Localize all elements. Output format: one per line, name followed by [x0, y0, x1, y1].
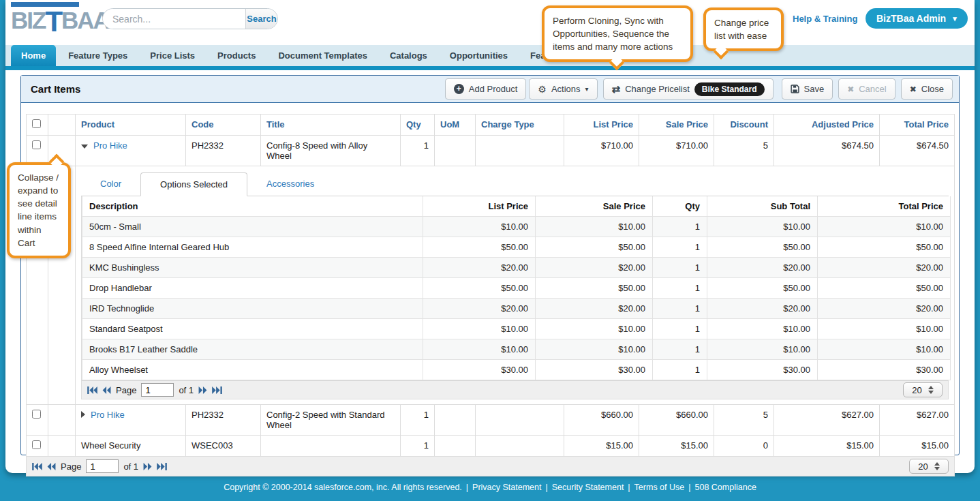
swap-arrows-icon: ⇄: [612, 83, 621, 95]
row-checkbox[interactable]: [32, 410, 41, 419]
cell-uom: [435, 136, 476, 166]
nav-tab-label: Home: [21, 50, 46, 61]
callout-actions-text: Perform Cloning, Sync with Opportunities…: [553, 16, 673, 52]
nav-tab[interactable]: Opportunities: [440, 45, 518, 66]
cell-uom: [435, 405, 476, 436]
prev-page-icon[interactable]: [102, 386, 111, 394]
dcell-qty: 1: [653, 360, 707, 380]
cart-detail-row: Color Options Selected Accessories: [27, 166, 955, 405]
cell-sale-price: $15.00: [639, 436, 714, 457]
cart-row: Pro Hike PH2332 Config-2 Speed with Stan…: [27, 405, 955, 436]
cart-row: Pro Hike PH2332 Config-8 Speed with Allo…: [27, 136, 955, 166]
cancel-button[interactable]: ✖ Cancel: [838, 78, 895, 100]
first-page-icon[interactable]: [87, 386, 97, 394]
dcell-sale-price: $10.00: [536, 339, 653, 360]
footer-link[interactable]: Privacy Statement: [472, 483, 541, 492]
dcell-sale-price: $30.00: [536, 360, 653, 380]
dcell-list-price: $50.00: [423, 278, 536, 299]
cell-adjusted-price: $627.00: [774, 405, 880, 436]
last-page-icon[interactable]: [157, 463, 167, 470]
row-checkbox[interactable]: [32, 140, 41, 149]
add-product-label: Add Product: [469, 84, 518, 94]
cell-list-price: $710.00: [564, 136, 639, 166]
col-code: Code: [186, 115, 261, 136]
search-button[interactable]: Search: [245, 9, 277, 29]
page-label: Page: [116, 385, 136, 395]
nav-tab[interactable]: Home: [11, 45, 56, 66]
cell-total-price: $674.50: [880, 136, 955, 166]
stepper-icon: [934, 462, 940, 470]
page-number-input[interactable]: [86, 459, 119, 473]
nav-tab[interactable]: Feature Types: [58, 45, 138, 66]
app-logo: BIZTBAA: [10, 2, 87, 40]
nav-tab[interactable]: Document Templates: [268, 45, 378, 66]
dcell-description: Drop Handlebar: [82, 278, 423, 299]
detail-tab-label: Color: [100, 179, 121, 189]
footer-link[interactable]: Terms of Use: [634, 483, 685, 492]
select-all-checkbox[interactable]: [32, 119, 41, 128]
cell-code: PH2332: [186, 405, 261, 436]
collapse-triangle-icon[interactable]: [81, 145, 88, 149]
dcell-list-price: $30.00: [423, 360, 536, 380]
nav-tab[interactable]: Catalogs: [380, 45, 438, 66]
dcell-description: KMC Bushingless: [82, 258, 423, 278]
page-size-select[interactable]: 20: [903, 382, 943, 397]
footer-separator: |: [546, 483, 548, 492]
chevron-down-icon: ▾: [953, 14, 957, 23]
actions-button[interactable]: ⚙ Actions ▾: [529, 78, 597, 100]
footer-separator: |: [628, 483, 630, 492]
x-icon: ✖: [847, 85, 854, 94]
cell-total-price: $15.00: [880, 436, 955, 457]
detail-tab[interactable]: Options Selected: [140, 172, 247, 196]
next-page-icon[interactable]: [143, 463, 152, 470]
col-qty: Qty: [401, 115, 435, 136]
detail-tab-bar: Color Options Selected Accessories: [81, 172, 949, 196]
cell-list-price: $15.00: [564, 436, 639, 457]
user-menu-button[interactable]: BizTBaa Admin ▾: [866, 8, 968, 29]
callout-collapse: Collapse / expand to see detail line ite…: [7, 162, 71, 258]
page-number-input[interactable]: [141, 383, 174, 397]
close-button[interactable]: ✖ Close: [901, 78, 953, 100]
dcell-list-price: $10.00: [423, 319, 536, 339]
detail-line-row: KMC Bushingless $20.00 $20.00 1 $20.00 $…: [82, 258, 951, 278]
nav-tab[interactable]: Price Lists: [140, 45, 205, 66]
page-size-select[interactable]: 20: [909, 459, 949, 474]
help-training-link[interactable]: Help & Training: [793, 14, 857, 24]
save-button[interactable]: Save: [782, 78, 833, 100]
dcell-sub-total: $10.00: [707, 217, 818, 237]
footer-link[interactable]: 508 Compliance: [695, 483, 756, 492]
row-checkbox[interactable]: [32, 440, 41, 449]
detail-tab-label: Accessories: [266, 179, 314, 189]
product-link[interactable]: Pro Hike: [93, 140, 127, 151]
cell-code: WSEC003: [186, 436, 261, 457]
product-link[interactable]: Pro Hike: [91, 410, 125, 420]
cell-title: [261, 436, 401, 457]
dcell-sale-price: $50.00: [536, 278, 653, 299]
first-page-icon[interactable]: [32, 463, 42, 470]
footer-link[interactable]: Security Statement: [552, 483, 624, 492]
change-pricelist-button[interactable]: ⇄ Change Pricelist Bike Standard: [603, 78, 774, 100]
dcell-total-price: $10.00: [818, 319, 951, 339]
cart-items-panel: Cart Items + Add Product ⚙ Actions ▾ ⇄ C…: [20, 75, 960, 455]
col-uom: UoM: [435, 115, 476, 136]
next-page-icon[interactable]: [198, 386, 207, 394]
detail-header-row: Description List Price Sale Price Qty Su…: [82, 196, 951, 217]
footer-separator: |: [688, 483, 690, 492]
add-product-button[interactable]: + Add Product: [445, 78, 527, 100]
col-title: Title: [261, 115, 401, 136]
last-page-icon[interactable]: [212, 386, 222, 394]
detail-tab[interactable]: Color: [81, 172, 140, 196]
prev-page-icon[interactable]: [47, 463, 56, 470]
expand-triangle-icon[interactable]: [81, 411, 85, 418]
page-of-label: of 1: [123, 461, 138, 472]
cell-qty: 1: [401, 436, 435, 457]
dcell-sub-total: $50.00: [707, 237, 818, 258]
global-search: Search: [102, 8, 278, 29]
dcell-total-price: $10.00: [818, 217, 951, 237]
dcell-sub-total: $30.00: [707, 360, 818, 380]
detail-tab[interactable]: Accessories: [247, 172, 333, 196]
nav-tab-label: Feature Types: [68, 50, 127, 61]
nav-tab[interactable]: Products: [207, 45, 266, 66]
search-input[interactable]: [103, 9, 245, 29]
dcell-list-price: $20.00: [423, 258, 536, 278]
